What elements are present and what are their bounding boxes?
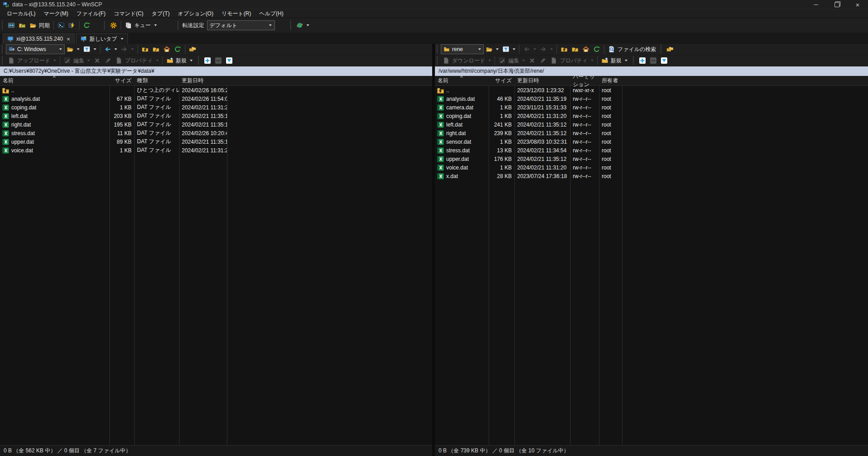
column-header-type[interactable]: 種類 bbox=[134, 76, 179, 85]
delete-button[interactable] bbox=[92, 56, 103, 66]
edit-button[interactable]: 編集 bbox=[62, 56, 92, 66]
copy-path-button[interactable] bbox=[187, 44, 198, 54]
table-row[interactable]: left.dat 241 KB 2024/02/21 11:35:12 rw-r… bbox=[435, 120, 868, 129]
column-header-modified[interactable]: 更新日時 bbox=[179, 76, 227, 85]
close-tab-icon[interactable] bbox=[66, 36, 70, 42]
synchronize-button[interactable]: 同期 bbox=[28, 20, 52, 31]
queue-button[interactable]: キュー bbox=[123, 20, 159, 31]
rename-button[interactable] bbox=[538, 56, 548, 66]
table-row[interactable]: camera.dat 1 KB 2023/11/21 15:31:33 rw-r… bbox=[435, 103, 868, 112]
remote-directory-combo[interactable]: rene bbox=[441, 44, 484, 54]
table-row[interactable]: upper.dat 176 KB 2024/02/21 11:35:12 rw-… bbox=[435, 155, 868, 163]
toolbar-grip[interactable] bbox=[2, 45, 4, 54]
open-in-putty-button[interactable] bbox=[66, 20, 77, 31]
download-button[interactable]: ダウンロード bbox=[441, 56, 493, 66]
filter-button[interactable] bbox=[81, 44, 98, 54]
open-directory-button[interactable] bbox=[484, 44, 500, 54]
menu-item[interactable]: コマンド(C) bbox=[110, 9, 148, 18]
toolbar-grip[interactable] bbox=[437, 45, 439, 54]
delete-button[interactable] bbox=[527, 56, 538, 66]
close-button[interactable] bbox=[847, 0, 868, 9]
open-directory-button[interactable] bbox=[65, 44, 81, 54]
table-row[interactable]: stress.dat 13 KB 2024/02/21 11:34:54 rw-… bbox=[435, 146, 868, 155]
invert-selection-button[interactable] bbox=[659, 56, 670, 66]
combo-arrow[interactable] bbox=[267, 21, 274, 30]
toolbar-grip[interactable] bbox=[104, 21, 106, 30]
edit-button[interactable]: 編集 bbox=[497, 56, 527, 66]
select-button[interactable] bbox=[637, 56, 648, 66]
menu-item[interactable]: ヘルプ(H) bbox=[255, 9, 288, 18]
home-directory-button[interactable] bbox=[161, 44, 172, 54]
new-button[interactable]: 新規 bbox=[599, 56, 629, 66]
session-color-button[interactable] bbox=[294, 20, 311, 31]
table-row[interactable]: coping.dat 1 KB 2024/02/21 11:31:20 rw-r… bbox=[435, 112, 868, 120]
toolbar-grip[interactable] bbox=[2, 21, 4, 30]
synchronize-browsing-button[interactable] bbox=[17, 20, 28, 31]
unselect-button[interactable] bbox=[648, 56, 659, 66]
toolbar-grip[interactable] bbox=[660, 45, 663, 54]
table-row[interactable]: stress.dat 11 KB DAT ファイル 2024/02/26 10:… bbox=[0, 129, 432, 137]
find-files-button[interactable]: ファイルの検索 bbox=[606, 44, 658, 54]
refresh-button[interactable] bbox=[172, 44, 183, 54]
select-button[interactable] bbox=[202, 56, 213, 66]
rename-button[interactable] bbox=[103, 56, 113, 66]
table-row[interactable]: .. 2023/12/03 1:23:32 rwxr-xr-x root bbox=[435, 86, 868, 94]
column-header-modified[interactable]: 更新日時 bbox=[514, 76, 570, 85]
table-row[interactable]: analysis.dat 46 KB 2024/02/21 11:35:19 r… bbox=[435, 94, 868, 103]
minimize-button[interactable] bbox=[806, 0, 826, 9]
column-header-owner[interactable]: 所有者 bbox=[599, 76, 622, 85]
local-path-bar[interactable]: C:¥Users¥8072y¥OneDrive - 富山県立大学¥実験データ¥d… bbox=[0, 66, 432, 76]
table-row[interactable]: .. ひとつ上のディレクトリ 2024/02/26 16:05:28 bbox=[0, 86, 432, 94]
open-terminal-button[interactable] bbox=[56, 20, 66, 31]
menu-item[interactable]: ローカル(L) bbox=[3, 9, 40, 18]
parent-directory-button[interactable] bbox=[140, 44, 151, 54]
table-row[interactable]: upper.dat 89 KB DAT ファイル 2024/02/21 11:3… bbox=[0, 137, 432, 146]
upload-button[interactable]: アップロード bbox=[6, 56, 58, 66]
root-directory-button[interactable] bbox=[151, 44, 161, 54]
menu-item[interactable]: タブ(T) bbox=[147, 9, 174, 18]
properties-button[interactable]: プロパティ bbox=[548, 56, 595, 66]
table-row[interactable]: voice.dat 1 KB DAT ファイル 2024/02/21 11:31… bbox=[0, 146, 432, 155]
remote-path-bar[interactable]: /var/www/html/company/日本海倶楽部/rene/ bbox=[435, 66, 868, 76]
toolbar-grip[interactable] bbox=[290, 21, 292, 30]
table-row[interactable]: sensor.dat 1 KB 2023/08/03 10:32:31 rw-r… bbox=[435, 137, 868, 146]
table-row[interactable]: analysis.dat 67 KB DAT ファイル 2024/02/26 1… bbox=[0, 94, 432, 103]
transfer-settings-combo[interactable]: デフォルト bbox=[207, 20, 275, 30]
menu-item[interactable]: マーク(M) bbox=[40, 9, 73, 18]
table-row[interactable]: voice.dat 1 KB 2024/02/21 11:31:20 rw-r-… bbox=[435, 163, 868, 172]
swap-panels-button[interactable] bbox=[6, 20, 17, 31]
new-button[interactable]: 新規 bbox=[165, 56, 194, 66]
menu-item[interactable]: オプション(O) bbox=[174, 9, 217, 18]
invert-selection-button[interactable] bbox=[224, 56, 235, 66]
table-row[interactable]: left.dat 203 KB DAT ファイル 2024/02/21 11:3… bbox=[0, 112, 432, 120]
filter-button[interactable] bbox=[500, 44, 517, 54]
copy-path-button[interactable] bbox=[665, 44, 675, 54]
back-button[interactable] bbox=[102, 44, 119, 54]
toolbar-grip[interactable] bbox=[2, 56, 4, 65]
table-row[interactable]: coping.dat 1 KB DAT ファイル 2024/02/21 11:3… bbox=[0, 103, 432, 112]
local-drive-combo[interactable]: C: Windows bbox=[6, 44, 65, 54]
parent-directory-button[interactable] bbox=[559, 44, 570, 54]
toolbar-grip[interactable] bbox=[198, 56, 200, 65]
back-button[interactable] bbox=[521, 44, 538, 54]
forward-button[interactable] bbox=[119, 44, 136, 54]
toolbar-grip[interactable] bbox=[437, 56, 439, 65]
toolbar-grip[interactable] bbox=[178, 21, 180, 30]
unselect-button[interactable] bbox=[213, 56, 224, 66]
table-row[interactable]: x.dat 28 KB 2023/07/24 17:36:18 rw-r--r-… bbox=[435, 172, 868, 180]
root-directory-button[interactable] bbox=[570, 44, 580, 54]
preferences-button[interactable] bbox=[108, 20, 119, 31]
table-row[interactable]: right.dat 239 KB 2024/02/21 11:35:12 rw-… bbox=[435, 129, 868, 137]
toolbar-grip[interactable] bbox=[633, 56, 635, 65]
properties-button[interactable]: プロパティ bbox=[113, 56, 160, 66]
forward-button[interactable] bbox=[538, 44, 555, 54]
menu-item[interactable]: ファイル(F) bbox=[72, 9, 109, 18]
session-tab-active[interactable]: xi@133.55.115.240 bbox=[3, 33, 75, 44]
column-header-size[interactable]: サイズ bbox=[109, 76, 134, 85]
restore-button[interactable] bbox=[826, 0, 847, 9]
refresh-button[interactable] bbox=[591, 44, 602, 54]
column-header-size[interactable]: サイズ bbox=[489, 76, 514, 85]
new-tab-button[interactable]: 新しいタブ bbox=[76, 33, 128, 44]
refresh-session-button[interactable] bbox=[81, 20, 92, 31]
column-header-permissions[interactable]: パーミッション bbox=[570, 76, 599, 85]
